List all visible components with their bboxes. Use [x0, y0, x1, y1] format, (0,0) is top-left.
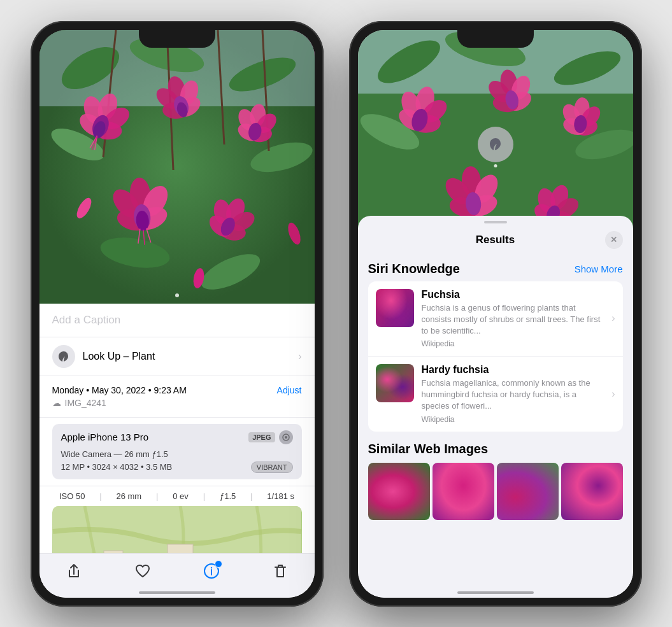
hardy-desc: Fuchsia magellanica, commonly known as t…	[422, 377, 604, 412]
left-phone-frame: Add a Caption Look Up – Plant ›	[31, 21, 324, 607]
hardy-name: Hardy fuchsia	[422, 364, 604, 376]
similar-thumb-4[interactable]	[561, 463, 623, 520]
hardy-content: Hardy fuchsia Fuchsia magellanica, commo…	[422, 364, 604, 424]
fuchsia-source: Wikipedia	[422, 339, 604, 348]
cloud-icon: ☁	[52, 398, 61, 408]
knowledge-item-hardy[interactable]: Hardy fuchsia Fuchsia magellanica, commo…	[368, 356, 623, 432]
leaf-badge-icon	[487, 136, 504, 153]
jpeg-badge: JPEG	[248, 432, 275, 442]
left-phone-screen: Add a Caption Look Up – Plant ›	[39, 30, 315, 598]
similar-title: Similar Web Images	[368, 442, 623, 456]
similar-images-section: Similar Web Images	[358, 437, 633, 525]
exif-focal: 26 mm	[116, 491, 141, 501]
share-icon[interactable]	[66, 563, 82, 583]
siri-knowledge-header: Siri Knowledge Show More	[358, 257, 633, 281]
camera-specs: Wide Camera — 26 mm ƒ1.5	[61, 449, 293, 459]
page-indicator-left	[175, 293, 179, 297]
date-info-section: Monday • May 30, 2022 • 9:23 AM Adjust ☁…	[39, 376, 315, 418]
similar-thumb-3[interactable]	[497, 463, 559, 520]
svg-point-56	[285, 436, 287, 439]
resolution-text: 12 MP • 3024 × 4032 • 3.5 MB	[61, 462, 173, 472]
phones-container: Add a Caption Look Up – Plant ›	[31, 21, 642, 607]
exif-shutter: 1/181 s	[267, 491, 294, 501]
delete-icon[interactable]	[272, 563, 289, 583]
similar-thumb-2[interactable]	[433, 463, 494, 520]
results-header: Results ✕	[358, 229, 633, 257]
similar-images-row	[368, 463, 623, 520]
hardy-thumbnail	[376, 364, 414, 402]
results-sheet[interactable]: Results ✕ Siri Knowledge Show More	[358, 216, 633, 598]
map-preview[interactable]	[52, 506, 302, 553]
close-button[interactable]: ✕	[605, 231, 623, 249]
visual-lookup-badge[interactable]	[478, 127, 513, 162]
sheet-handle	[484, 221, 507, 223]
knowledge-card: Fuchsia Fuchsia is a genus of flowering …	[368, 281, 623, 432]
notch-right	[457, 30, 534, 48]
home-indicator-right	[457, 591, 534, 594]
similar-thumb-1[interactable]	[368, 463, 430, 520]
exif-ev: 0 ev	[173, 491, 189, 501]
hardy-source: Wikipedia	[422, 415, 604, 424]
svg-point-62	[210, 567, 211, 568]
leaf-icon	[57, 350, 70, 363]
lookup-row[interactable]: Look Up – Plant ›	[39, 337, 315, 376]
caption-area[interactable]: Add a Caption	[39, 304, 315, 337]
home-indicator-left	[139, 591, 215, 594]
photo-area-left[interactable]	[39, 30, 315, 304]
device-section: Apple iPhone 13 Pro JPEG Wide Camera	[52, 424, 302, 479]
settings-icon	[279, 430, 293, 444]
right-phone-frame: Results ✕ Siri Knowledge Show More	[349, 21, 642, 607]
siri-knowledge-title: Siri Knowledge	[368, 262, 460, 276]
lookup-icon-circle	[52, 345, 75, 368]
fuchsia-thumbnail	[376, 289, 414, 327]
notch-left	[139, 30, 215, 48]
filename: IMG_4241	[65, 398, 106, 408]
exif-iso: ISO 50	[59, 491, 85, 501]
scroll-content-left[interactable]: Add a Caption Look Up – Plant ›	[39, 304, 315, 553]
fuchsia-content: Fuchsia Fuchsia is a genus of flowering …	[422, 289, 604, 349]
lookup-chevron: ›	[298, 351, 301, 362]
favorite-icon[interactable]	[134, 563, 151, 583]
date-text: Monday • May 30, 2022 • 9:23 AM	[52, 385, 187, 395]
exif-aperture: ƒ1.5	[220, 491, 236, 501]
caption-placeholder[interactable]: Add a Caption	[52, 314, 121, 326]
fuchsia-name: Fuchsia	[422, 289, 604, 300]
svg-rect-59	[168, 544, 193, 553]
results-title: Results	[386, 234, 605, 246]
lookup-label: Look Up – Plant	[83, 351, 155, 362]
info-icon[interactable]	[203, 563, 220, 583]
fuchsia-chevron: ›	[611, 313, 615, 324]
hardy-chevron: ›	[611, 388, 615, 400]
adjust-button[interactable]: Adjust	[277, 385, 302, 395]
info-badge	[215, 560, 222, 568]
device-name: Apple iPhone 13 Pro	[61, 432, 149, 442]
exif-row: ISO 50 | 26 mm | 0 ev | ƒ1.5 | 1/181 s	[39, 486, 315, 506]
vibrant-badge: VIBRANT	[251, 461, 293, 473]
lookup-dot	[494, 164, 497, 167]
right-phone-screen: Results ✕ Siri Knowledge Show More	[358, 30, 633, 598]
knowledge-item-fuchsia[interactable]: Fuchsia Fuchsia is a genus of flowering …	[368, 281, 623, 357]
show-more-button[interactable]: Show More	[575, 264, 623, 274]
fuchsia-desc: Fuchsia is a genus of flowering plants t…	[422, 302, 604, 337]
